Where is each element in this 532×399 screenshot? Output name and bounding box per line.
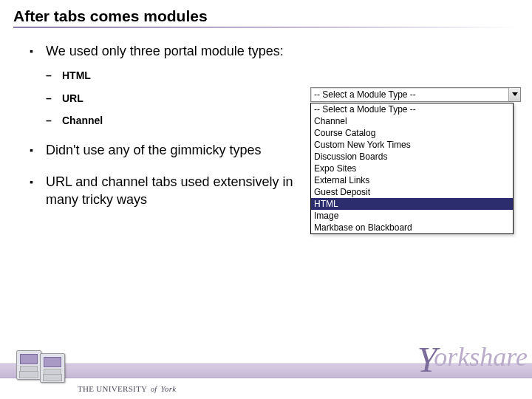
slide-footer: THE UNIVERSITY of York Yorkshare	[0, 349, 532, 399]
combo-option[interactable]: Expo Sites	[311, 163, 513, 174]
combo-option[interactable]: External Links	[311, 174, 513, 186]
sub-bullet-item: URL	[46, 92, 303, 105]
content-right: -- Select a Module Type -- ✎ -- Select a…	[303, 43, 525, 234]
logo-y: Y	[417, 339, 437, 380]
bullet-text: We used only three portal module types:	[46, 44, 284, 58]
yorkshare-logo: Yorkshare	[417, 333, 528, 374]
chevron-down-icon	[512, 92, 518, 97]
bullet-item: URL and channel tabs used extensively in…	[30, 174, 303, 208]
bullet-item: We used only three portal module types: …	[30, 43, 303, 127]
combo-listbox[interactable]: -- Select a Module Type -- Channel Cours…	[310, 103, 514, 234]
combo-selected-value: -- Select a Module Type --	[311, 88, 508, 101]
university-label: THE UNIVERSITY of York	[78, 384, 176, 393]
server-icon	[40, 353, 65, 383]
server-icon	[16, 350, 41, 380]
combo-open-wrap: ✎ -- Select a Module Type -- Channel Cou…	[310, 103, 525, 234]
hidden-dropdown-button[interactable]	[522, 143, 532, 157]
combo-option[interactable]: Course Catalog	[311, 127, 513, 139]
sub-bullet-list: HTML URL Channel	[46, 69, 303, 127]
chevron-down-icon	[525, 148, 531, 152]
combo-closed[interactable]: -- Select a Module Type --	[310, 87, 521, 102]
combo-option[interactable]: Image	[311, 210, 513, 222]
server-image	[16, 343, 68, 384]
slide: After tabs comes modules We used only th…	[0, 0, 532, 399]
combo-option[interactable]: Custom New York Times	[311, 139, 513, 151]
title-area: After tabs comes modules	[0, 0, 532, 28]
university-pre: THE UNIVERSITY	[78, 384, 147, 393]
bullet-item: Didn't use any of the gimmicky types	[30, 142, 303, 159]
combo-option[interactable]: -- Select a Module Type --	[311, 103, 513, 115]
university-of: of	[151, 385, 157, 393]
slide-title: After tabs comes modules	[13, 7, 519, 25]
content-left: We used only three portal module types: …	[30, 43, 303, 234]
university-name: York	[160, 384, 176, 393]
edit-pen-icon[interactable]: ✎	[524, 160, 532, 174]
combo-option[interactable]: Markbase on Blackboard	[311, 222, 513, 233]
combo-option[interactable]: Guest Deposit	[311, 186, 513, 198]
sub-bullet-item: HTML	[46, 69, 303, 82]
combo-option[interactable]: Channel	[311, 115, 513, 127]
slide-body: We used only three portal module types: …	[0, 28, 532, 234]
bullet-list: We used only three portal module types: …	[30, 43, 303, 208]
combo-option-selected[interactable]: HTML	[311, 198, 513, 210]
module-type-combo: -- Select a Module Type -- ✎ -- Select a…	[310, 87, 525, 234]
sub-bullet-item: Channel	[46, 114, 303, 127]
combo-option[interactable]: Discussion Boards	[311, 151, 513, 163]
combo-dropdown-button[interactable]	[508, 88, 520, 101]
logo-rest: orkshare	[434, 342, 528, 372]
